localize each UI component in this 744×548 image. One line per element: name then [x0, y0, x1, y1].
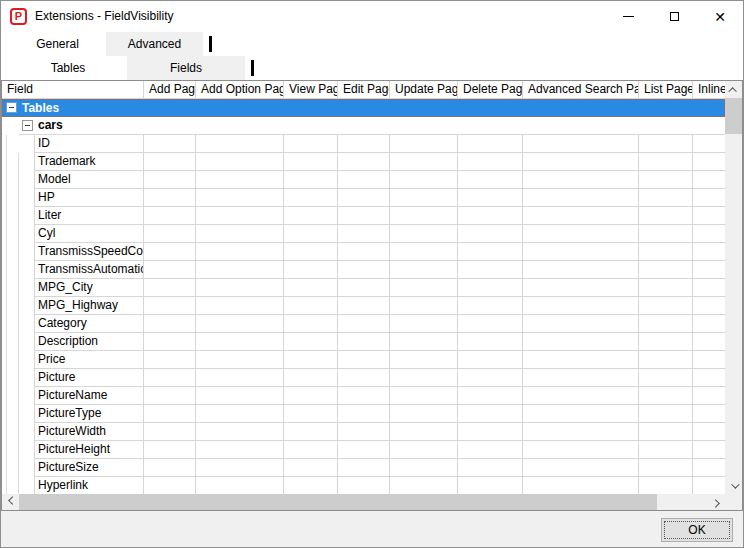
visibility-cell[interactable] [639, 135, 693, 153]
visibility-cell[interactable] [144, 333, 196, 351]
scroll-down-button[interactable] [725, 477, 742, 494]
visibility-cell[interactable] [639, 243, 693, 261]
vertical-scrollbar[interactable] [725, 81, 742, 494]
maximize-button[interactable] [651, 1, 697, 32]
visibility-cell[interactable] [390, 315, 458, 333]
visibility-cell[interactable] [458, 171, 523, 189]
visibility-cell[interactable] [196, 423, 284, 441]
field-row-id[interactable]: ID [2, 135, 725, 153]
field-row-pictureheight[interactable]: PictureHeight [2, 441, 725, 459]
visibility-cell[interactable] [639, 279, 693, 297]
visibility-cell[interactable] [523, 261, 639, 279]
visibility-cell[interactable] [458, 153, 523, 171]
field-row-hp[interactable]: HP [2, 189, 725, 207]
visibility-cell[interactable] [458, 333, 523, 351]
visibility-cell[interactable] [523, 225, 639, 243]
visibility-cell[interactable] [390, 351, 458, 369]
visibility-cell[interactable] [390, 405, 458, 423]
visibility-cell[interactable] [693, 387, 725, 405]
visibility-cell[interactable] [284, 333, 338, 351]
visibility-cell[interactable] [338, 225, 390, 243]
visibility-cell[interactable] [284, 405, 338, 423]
field-row-mpg_city[interactable]: MPG_City [2, 279, 725, 297]
visibility-cell[interactable] [390, 459, 458, 477]
visibility-cell[interactable] [390, 135, 458, 153]
visibility-cell[interactable] [196, 333, 284, 351]
field-row-picturesize[interactable]: PictureSize [2, 459, 725, 477]
visibility-cell[interactable] [523, 387, 639, 405]
visibility-cell[interactable] [284, 135, 338, 153]
visibility-cell[interactable] [338, 153, 390, 171]
tree-group-row-tables[interactable]: Tables [2, 99, 725, 117]
visibility-cell[interactable] [144, 297, 196, 315]
visibility-cell[interactable] [458, 387, 523, 405]
column-header-inline-a[interactable]: Inline A [693, 81, 725, 99]
visibility-cell[interactable] [338, 369, 390, 387]
visibility-cell[interactable] [523, 135, 639, 153]
column-header-field[interactable]: Field [2, 81, 144, 99]
visibility-cell[interactable] [338, 243, 390, 261]
visibility-cell[interactable] [523, 405, 639, 423]
visibility-cell[interactable] [523, 243, 639, 261]
visibility-cell[interactable] [458, 369, 523, 387]
visibility-cell[interactable] [338, 315, 390, 333]
visibility-cell[interactable] [284, 279, 338, 297]
visibility-cell[interactable] [458, 243, 523, 261]
visibility-cell[interactable] [390, 423, 458, 441]
visibility-cell[interactable] [693, 441, 725, 459]
collapse-icon[interactable] [22, 120, 33, 131]
visibility-cell[interactable] [693, 405, 725, 423]
visibility-cell[interactable] [693, 171, 725, 189]
tab-splitter[interactable] [209, 36, 212, 52]
visibility-cell[interactable] [196, 207, 284, 225]
visibility-cell[interactable] [196, 189, 284, 207]
visibility-cell[interactable] [639, 441, 693, 459]
field-row-price[interactable]: Price [2, 351, 725, 369]
visibility-cell[interactable] [284, 369, 338, 387]
visibility-cell[interactable] [390, 207, 458, 225]
collapse-icon[interactable] [6, 102, 17, 113]
visibility-cell[interactable] [639, 405, 693, 423]
close-button[interactable]: ✕ [697, 1, 743, 32]
visibility-cell[interactable] [284, 441, 338, 459]
visibility-cell[interactable] [523, 153, 639, 171]
field-row-description[interactable]: Description [2, 333, 725, 351]
scroll-right-button[interactable] [708, 494, 725, 510]
visibility-cell[interactable] [390, 477, 458, 494]
field-row-transmissautomatic[interactable]: TransmissAutomatic [2, 261, 725, 279]
column-header-update-page[interactable]: Update Page [390, 81, 458, 99]
field-row-trademark[interactable]: Trademark [2, 153, 725, 171]
visibility-cell[interactable] [144, 261, 196, 279]
ok-button[interactable]: OK [661, 518, 733, 542]
visibility-cell[interactable] [144, 135, 196, 153]
visibility-cell[interactable] [693, 297, 725, 315]
visibility-cell[interactable] [523, 423, 639, 441]
visibility-cell[interactable] [144, 243, 196, 261]
visibility-cell[interactable] [390, 261, 458, 279]
visibility-cell[interactable] [639, 459, 693, 477]
visibility-cell[interactable] [338, 405, 390, 423]
visibility-cell[interactable] [693, 153, 725, 171]
visibility-cell[interactable] [338, 423, 390, 441]
visibility-cell[interactable] [639, 153, 693, 171]
visibility-cell[interactable] [523, 369, 639, 387]
column-header-edit-page[interactable]: Edit Page [338, 81, 390, 99]
visibility-cell[interactable] [338, 333, 390, 351]
visibility-cell[interactable] [639, 297, 693, 315]
tab-general[interactable]: General [9, 32, 106, 56]
visibility-cell[interactable] [523, 459, 639, 477]
visibility-cell[interactable] [196, 405, 284, 423]
visibility-cell[interactable] [458, 135, 523, 153]
visibility-cell[interactable] [458, 405, 523, 423]
scroll-left-button[interactable] [2, 494, 19, 510]
column-header-list-page[interactable]: List Page [639, 81, 693, 99]
field-row-cyl[interactable]: Cyl [2, 225, 725, 243]
visibility-cell[interactable] [284, 225, 338, 243]
visibility-cell[interactable] [196, 135, 284, 153]
field-row-picturename[interactable]: PictureName [2, 387, 725, 405]
visibility-cell[interactable] [284, 171, 338, 189]
visibility-cell[interactable] [390, 279, 458, 297]
visibility-cell[interactable] [639, 261, 693, 279]
visibility-cell[interactable] [523, 351, 639, 369]
field-row-picturetype[interactable]: PictureType [2, 405, 725, 423]
